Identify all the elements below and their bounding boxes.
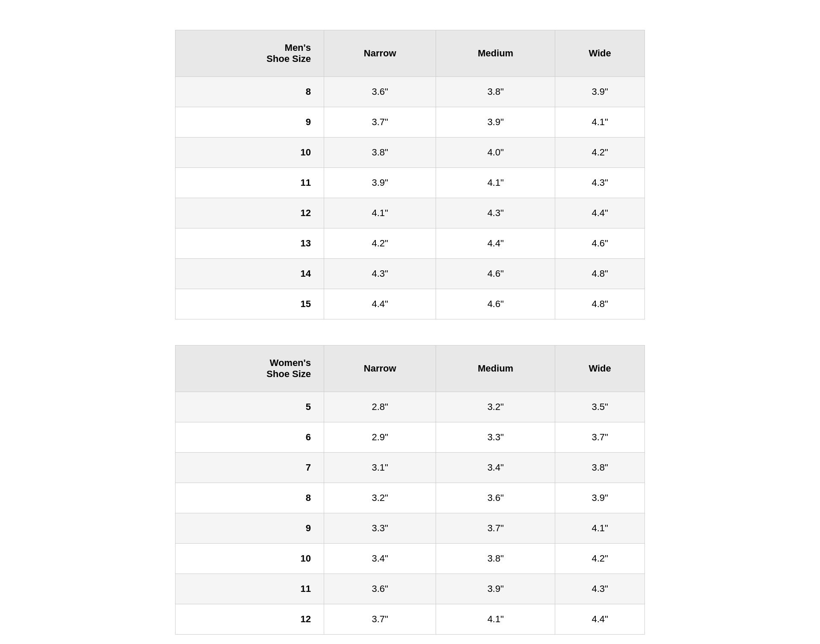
wide-cell: 4.8" <box>555 289 645 319</box>
size-cell: 15 <box>176 289 324 319</box>
wide-cell: 3.5" <box>555 392 645 422</box>
medium-cell: 3.8" <box>436 77 555 107</box>
medium-cell: 3.4" <box>436 453 555 483</box>
narrow-cell: 4.2" <box>324 228 436 259</box>
table-row: 7 3.1" 3.4" 3.8" <box>176 453 645 483</box>
narrow-cell: 3.6" <box>324 77 436 107</box>
wide-cell: 4.1" <box>555 513 645 544</box>
medium-cell: 4.1" <box>436 168 555 198</box>
narrow-cell: 3.3" <box>324 513 436 544</box>
size-cell: 11 <box>176 574 324 604</box>
size-cell: 6 <box>176 422 324 453</box>
size-cell: 8 <box>176 483 324 513</box>
size-cell: 12 <box>176 604 324 635</box>
mens-medium-header: Medium <box>436 30 555 77</box>
medium-cell: 3.8" <box>436 544 555 574</box>
size-cell: 9 <box>176 107 324 138</box>
tables-container: Men'sShoe Size Narrow Medium Wide 8 3.6"… <box>175 17 645 635</box>
narrow-cell: 3.7" <box>324 107 436 138</box>
medium-cell: 3.9" <box>436 107 555 138</box>
table-row: 12 3.7" 4.1" 4.4" <box>176 604 645 635</box>
table-row: 9 3.3" 3.7" 4.1" <box>176 513 645 544</box>
narrow-cell: 2.9" <box>324 422 436 453</box>
medium-cell: 4.6" <box>436 289 555 319</box>
narrow-cell: 4.3" <box>324 259 436 289</box>
wide-cell: 4.1" <box>555 107 645 138</box>
wide-cell: 4.4" <box>555 198 645 228</box>
medium-cell: 3.9" <box>436 574 555 604</box>
wide-cell: 4.2" <box>555 544 645 574</box>
narrow-cell: 4.1" <box>324 198 436 228</box>
womens-wide-header: Wide <box>555 345 645 392</box>
wide-cell: 4.2" <box>555 138 645 168</box>
mens-wide-header: Wide <box>555 30 645 77</box>
narrow-cell: 2.8" <box>324 392 436 422</box>
size-cell: 8 <box>176 77 324 107</box>
narrow-cell: 3.8" <box>324 138 436 168</box>
medium-cell: 4.4" <box>436 228 555 259</box>
medium-cell: 3.6" <box>436 483 555 513</box>
mens-narrow-header: Narrow <box>324 30 436 77</box>
size-cell: 10 <box>176 544 324 574</box>
womens-shoe-size-table: Women'sShoe Size Narrow Medium Wide 5 2.… <box>175 345 645 635</box>
medium-cell: 4.3" <box>436 198 555 228</box>
table-row: 10 3.4" 3.8" 4.2" <box>176 544 645 574</box>
table-row: 6 2.9" 3.3" 3.7" <box>176 422 645 453</box>
wide-cell: 4.8" <box>555 259 645 289</box>
narrow-cell: 3.6" <box>324 574 436 604</box>
wide-cell: 3.9" <box>555 77 645 107</box>
size-cell: 14 <box>176 259 324 289</box>
table-row: 12 4.1" 4.3" 4.4" <box>176 198 645 228</box>
table-row: 9 3.7" 3.9" 4.1" <box>176 107 645 138</box>
table-row: 13 4.2" 4.4" 4.6" <box>176 228 645 259</box>
size-cell: 7 <box>176 453 324 483</box>
narrow-cell: 3.2" <box>324 483 436 513</box>
size-cell: 13 <box>176 228 324 259</box>
table-row: 5 2.8" 3.2" 3.5" <box>176 392 645 422</box>
wide-cell: 4.3" <box>555 574 645 604</box>
wide-cell: 4.4" <box>555 604 645 635</box>
table-row: 8 3.6" 3.8" 3.9" <box>176 77 645 107</box>
womens-size-header: Women'sShoe Size <box>176 345 324 392</box>
narrow-cell: 3.4" <box>324 544 436 574</box>
narrow-cell: 4.4" <box>324 289 436 319</box>
medium-cell: 3.2" <box>436 392 555 422</box>
table-row: 10 3.8" 4.0" 4.2" <box>176 138 645 168</box>
size-cell: 11 <box>176 168 324 198</box>
table-row: 14 4.3" 4.6" 4.8" <box>176 259 645 289</box>
table-row: 11 3.9" 4.1" 4.3" <box>176 168 645 198</box>
wide-cell: 3.8" <box>555 453 645 483</box>
mens-size-header: Men'sShoe Size <box>176 30 324 77</box>
narrow-cell: 3.9" <box>324 168 436 198</box>
table-row: 8 3.2" 3.6" 3.9" <box>176 483 645 513</box>
womens-medium-header: Medium <box>436 345 555 392</box>
size-cell: 12 <box>176 198 324 228</box>
narrow-cell: 3.1" <box>324 453 436 483</box>
medium-cell: 4.6" <box>436 259 555 289</box>
medium-cell: 4.0" <box>436 138 555 168</box>
table-row: 11 3.6" 3.9" 4.3" <box>176 574 645 604</box>
medium-cell: 3.7" <box>436 513 555 544</box>
wide-cell: 3.9" <box>555 483 645 513</box>
wide-cell: 4.6" <box>555 228 645 259</box>
medium-cell: 4.1" <box>436 604 555 635</box>
size-cell: 5 <box>176 392 324 422</box>
size-cell: 9 <box>176 513 324 544</box>
narrow-cell: 3.7" <box>324 604 436 635</box>
wide-cell: 3.7" <box>555 422 645 453</box>
wide-cell: 4.3" <box>555 168 645 198</box>
table-row: 15 4.4" 4.6" 4.8" <box>176 289 645 319</box>
size-cell: 10 <box>176 138 324 168</box>
medium-cell: 3.3" <box>436 422 555 453</box>
womens-narrow-header: Narrow <box>324 345 436 392</box>
mens-shoe-size-table: Men'sShoe Size Narrow Medium Wide 8 3.6"… <box>175 30 645 319</box>
